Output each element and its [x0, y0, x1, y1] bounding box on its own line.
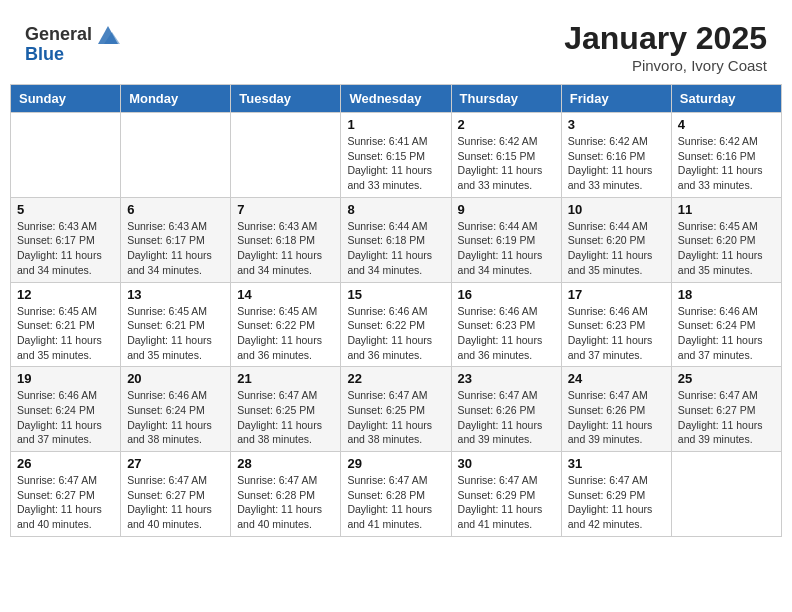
day-cell: 12Sunrise: 6:45 AM Sunset: 6:21 PM Dayli…: [11, 282, 121, 367]
day-number: 28: [237, 456, 334, 471]
week-row-3: 12Sunrise: 6:45 AM Sunset: 6:21 PM Dayli…: [11, 282, 782, 367]
day-cell: 30Sunrise: 6:47 AM Sunset: 6:29 PM Dayli…: [451, 452, 561, 537]
logo-general: General: [25, 24, 92, 45]
day-info: Sunrise: 6:44 AM Sunset: 6:18 PM Dayligh…: [347, 219, 444, 278]
day-number: 29: [347, 456, 444, 471]
day-number: 12: [17, 287, 114, 302]
day-number: 9: [458, 202, 555, 217]
day-info: Sunrise: 6:45 AM Sunset: 6:21 PM Dayligh…: [17, 304, 114, 363]
day-info: Sunrise: 6:47 AM Sunset: 6:28 PM Dayligh…: [347, 473, 444, 532]
weekday-header-thursday: Thursday: [451, 85, 561, 113]
day-info: Sunrise: 6:47 AM Sunset: 6:26 PM Dayligh…: [568, 388, 665, 447]
week-row-2: 5Sunrise: 6:43 AM Sunset: 6:17 PM Daylig…: [11, 197, 782, 282]
day-number: 13: [127, 287, 224, 302]
day-number: 11: [678, 202, 775, 217]
day-number: 10: [568, 202, 665, 217]
day-info: Sunrise: 6:44 AM Sunset: 6:19 PM Dayligh…: [458, 219, 555, 278]
title-block: January 2025 Pinvoro, Ivory Coast: [564, 20, 767, 74]
day-number: 31: [568, 456, 665, 471]
day-cell: 3Sunrise: 6:42 AM Sunset: 6:16 PM Daylig…: [561, 113, 671, 198]
calendar-table: SundayMondayTuesdayWednesdayThursdayFrid…: [10, 84, 782, 537]
day-cell: 28Sunrise: 6:47 AM Sunset: 6:28 PM Dayli…: [231, 452, 341, 537]
logo-blue: Blue: [25, 44, 64, 65]
day-cell: [231, 113, 341, 198]
day-cell: 15Sunrise: 6:46 AM Sunset: 6:22 PM Dayli…: [341, 282, 451, 367]
day-cell: 20Sunrise: 6:46 AM Sunset: 6:24 PM Dayli…: [121, 367, 231, 452]
day-cell: 31Sunrise: 6:47 AM Sunset: 6:29 PM Dayli…: [561, 452, 671, 537]
logo: General Blue: [25, 20, 122, 65]
day-number: 18: [678, 287, 775, 302]
weekday-header-tuesday: Tuesday: [231, 85, 341, 113]
day-cell: 18Sunrise: 6:46 AM Sunset: 6:24 PM Dayli…: [671, 282, 781, 367]
day-info: Sunrise: 6:43 AM Sunset: 6:17 PM Dayligh…: [17, 219, 114, 278]
day-number: 22: [347, 371, 444, 386]
day-cell: [11, 113, 121, 198]
day-cell: 1Sunrise: 6:41 AM Sunset: 6:15 PM Daylig…: [341, 113, 451, 198]
day-number: 27: [127, 456, 224, 471]
day-cell: 6Sunrise: 6:43 AM Sunset: 6:17 PM Daylig…: [121, 197, 231, 282]
day-info: Sunrise: 6:47 AM Sunset: 6:26 PM Dayligh…: [458, 388, 555, 447]
week-row-4: 19Sunrise: 6:46 AM Sunset: 6:24 PM Dayli…: [11, 367, 782, 452]
weekday-header-saturday: Saturday: [671, 85, 781, 113]
day-info: Sunrise: 6:47 AM Sunset: 6:28 PM Dayligh…: [237, 473, 334, 532]
day-info: Sunrise: 6:45 AM Sunset: 6:22 PM Dayligh…: [237, 304, 334, 363]
day-info: Sunrise: 6:42 AM Sunset: 6:15 PM Dayligh…: [458, 134, 555, 193]
page-header: General Blue January 2025 Pinvoro, Ivory…: [10, 10, 782, 79]
day-cell: 13Sunrise: 6:45 AM Sunset: 6:21 PM Dayli…: [121, 282, 231, 367]
day-number: 21: [237, 371, 334, 386]
day-number: 30: [458, 456, 555, 471]
day-number: 7: [237, 202, 334, 217]
day-number: 24: [568, 371, 665, 386]
day-cell: 27Sunrise: 6:47 AM Sunset: 6:27 PM Dayli…: [121, 452, 231, 537]
day-number: 19: [17, 371, 114, 386]
day-cell: 11Sunrise: 6:45 AM Sunset: 6:20 PM Dayli…: [671, 197, 781, 282]
day-cell: 25Sunrise: 6:47 AM Sunset: 6:27 PM Dayli…: [671, 367, 781, 452]
day-info: Sunrise: 6:47 AM Sunset: 6:27 PM Dayligh…: [127, 473, 224, 532]
day-number: 4: [678, 117, 775, 132]
week-row-1: 1Sunrise: 6:41 AM Sunset: 6:15 PM Daylig…: [11, 113, 782, 198]
day-number: 3: [568, 117, 665, 132]
day-cell: 2Sunrise: 6:42 AM Sunset: 6:15 PM Daylig…: [451, 113, 561, 198]
day-number: 16: [458, 287, 555, 302]
day-cell: 10Sunrise: 6:44 AM Sunset: 6:20 PM Dayli…: [561, 197, 671, 282]
day-cell: 17Sunrise: 6:46 AM Sunset: 6:23 PM Dayli…: [561, 282, 671, 367]
location-subtitle: Pinvoro, Ivory Coast: [564, 57, 767, 74]
day-number: 25: [678, 371, 775, 386]
day-info: Sunrise: 6:47 AM Sunset: 6:25 PM Dayligh…: [237, 388, 334, 447]
weekday-header-friday: Friday: [561, 85, 671, 113]
day-cell: 9Sunrise: 6:44 AM Sunset: 6:19 PM Daylig…: [451, 197, 561, 282]
day-info: Sunrise: 6:41 AM Sunset: 6:15 PM Dayligh…: [347, 134, 444, 193]
day-info: Sunrise: 6:44 AM Sunset: 6:20 PM Dayligh…: [568, 219, 665, 278]
day-cell: 21Sunrise: 6:47 AM Sunset: 6:25 PM Dayli…: [231, 367, 341, 452]
day-cell: 23Sunrise: 6:47 AM Sunset: 6:26 PM Dayli…: [451, 367, 561, 452]
day-cell: 14Sunrise: 6:45 AM Sunset: 6:22 PM Dayli…: [231, 282, 341, 367]
day-info: Sunrise: 6:42 AM Sunset: 6:16 PM Dayligh…: [568, 134, 665, 193]
day-info: Sunrise: 6:47 AM Sunset: 6:27 PM Dayligh…: [678, 388, 775, 447]
day-number: 20: [127, 371, 224, 386]
day-cell: 8Sunrise: 6:44 AM Sunset: 6:18 PM Daylig…: [341, 197, 451, 282]
day-number: 26: [17, 456, 114, 471]
day-cell: 29Sunrise: 6:47 AM Sunset: 6:28 PM Dayli…: [341, 452, 451, 537]
day-cell: 26Sunrise: 6:47 AM Sunset: 6:27 PM Dayli…: [11, 452, 121, 537]
day-cell: 4Sunrise: 6:42 AM Sunset: 6:16 PM Daylig…: [671, 113, 781, 198]
day-info: Sunrise: 6:47 AM Sunset: 6:29 PM Dayligh…: [568, 473, 665, 532]
weekday-header-row: SundayMondayTuesdayWednesdayThursdayFrid…: [11, 85, 782, 113]
day-cell: 24Sunrise: 6:47 AM Sunset: 6:26 PM Dayli…: [561, 367, 671, 452]
day-info: Sunrise: 6:46 AM Sunset: 6:22 PM Dayligh…: [347, 304, 444, 363]
day-number: 2: [458, 117, 555, 132]
day-info: Sunrise: 6:46 AM Sunset: 6:23 PM Dayligh…: [458, 304, 555, 363]
day-number: 15: [347, 287, 444, 302]
day-cell: 19Sunrise: 6:46 AM Sunset: 6:24 PM Dayli…: [11, 367, 121, 452]
day-info: Sunrise: 6:46 AM Sunset: 6:23 PM Dayligh…: [568, 304, 665, 363]
day-info: Sunrise: 6:43 AM Sunset: 6:18 PM Dayligh…: [237, 219, 334, 278]
day-info: Sunrise: 6:47 AM Sunset: 6:29 PM Dayligh…: [458, 473, 555, 532]
day-info: Sunrise: 6:47 AM Sunset: 6:25 PM Dayligh…: [347, 388, 444, 447]
day-number: 1: [347, 117, 444, 132]
day-info: Sunrise: 6:46 AM Sunset: 6:24 PM Dayligh…: [678, 304, 775, 363]
week-row-5: 26Sunrise: 6:47 AM Sunset: 6:27 PM Dayli…: [11, 452, 782, 537]
logo-icon: [94, 20, 122, 48]
weekday-header-sunday: Sunday: [11, 85, 121, 113]
day-info: Sunrise: 6:43 AM Sunset: 6:17 PM Dayligh…: [127, 219, 224, 278]
day-cell: 5Sunrise: 6:43 AM Sunset: 6:17 PM Daylig…: [11, 197, 121, 282]
day-info: Sunrise: 6:46 AM Sunset: 6:24 PM Dayligh…: [17, 388, 114, 447]
